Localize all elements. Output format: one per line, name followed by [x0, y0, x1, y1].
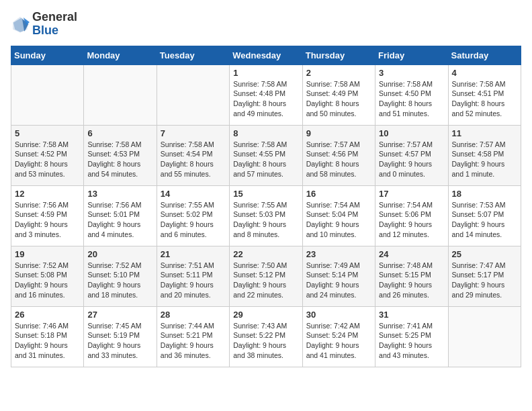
day-info: Sunrise: 7:58 AM Sunset: 4:53 PM Dayligh…: [87, 140, 152, 179]
calendar-week-row: 12Sunrise: 7:56 AM Sunset: 4:59 PM Dayli…: [11, 185, 521, 246]
day-number: 23: [306, 249, 371, 259]
calendar-week-row: 5Sunrise: 7:58 AM Sunset: 4:52 PM Daylig…: [11, 125, 521, 185]
page-header: General Blue: [11, 11, 521, 38]
calendar-cell: [11, 64, 84, 125]
day-info: Sunrise: 7:58 AM Sunset: 4:51 PM Dayligh…: [452, 79, 517, 119]
day-number: 7: [161, 128, 226, 138]
day-info: Sunrise: 7:57 AM Sunset: 4:56 PM Dayligh…: [306, 140, 371, 179]
day-info: Sunrise: 7:43 AM Sunset: 5:22 PM Dayligh…: [233, 321, 298, 361]
day-number: 25: [452, 249, 517, 259]
day-info: Sunrise: 7:58 AM Sunset: 4:49 PM Dayligh…: [306, 79, 371, 119]
logo-icon: [11, 15, 30, 34]
calendar-cell: 6Sunrise: 7:58 AM Sunset: 4:53 PM Daylig…: [84, 125, 157, 185]
calendar-cell: 28Sunrise: 7:44 AM Sunset: 5:21 PM Dayli…: [157, 306, 229, 367]
day-info: Sunrise: 7:46 AM Sunset: 5:18 PM Dayligh…: [15, 321, 80, 361]
day-info: Sunrise: 7:55 AM Sunset: 5:02 PM Dayligh…: [161, 200, 226, 240]
day-info: Sunrise: 7:50 AM Sunset: 5:12 PM Dayligh…: [233, 261, 298, 300]
calendar-table: SundayMondayTuesdayWednesdayThursdayFrid…: [11, 46, 521, 367]
day-info: Sunrise: 7:41 AM Sunset: 5:25 PM Dayligh…: [379, 321, 444, 361]
day-number: 12: [15, 189, 80, 199]
weekday-header: Thursday: [302, 46, 375, 64]
calendar-cell: 31Sunrise: 7:41 AM Sunset: 5:25 PM Dayli…: [375, 306, 448, 367]
calendar-cell: [157, 64, 229, 125]
calendar-cell: 22Sunrise: 7:50 AM Sunset: 5:12 PM Dayli…: [230, 246, 302, 306]
weekday-header-row: SundayMondayTuesdayWednesdayThursdayFrid…: [11, 46, 521, 64]
day-number: 6: [87, 128, 152, 138]
day-number: 9: [306, 128, 371, 138]
day-info: Sunrise: 7:49 AM Sunset: 5:14 PM Dayligh…: [306, 261, 371, 300]
day-info: Sunrise: 7:42 AM Sunset: 5:24 PM Dayligh…: [306, 321, 371, 361]
calendar-cell: 15Sunrise: 7:55 AM Sunset: 5:03 PM Dayli…: [230, 185, 302, 246]
day-info: Sunrise: 7:53 AM Sunset: 5:07 PM Dayligh…: [452, 200, 517, 240]
day-number: 21: [161, 249, 226, 259]
calendar-week-row: 26Sunrise: 7:46 AM Sunset: 5:18 PM Dayli…: [11, 306, 521, 367]
day-number: 5: [15, 128, 80, 138]
calendar-cell: 12Sunrise: 7:56 AM Sunset: 4:59 PM Dayli…: [11, 185, 84, 246]
calendar-header: SundayMondayTuesdayWednesdayThursdayFrid…: [11, 46, 521, 64]
day-info: Sunrise: 7:58 AM Sunset: 4:52 PM Dayligh…: [15, 140, 80, 179]
calendar-cell: 26Sunrise: 7:46 AM Sunset: 5:18 PM Dayli…: [11, 306, 84, 367]
day-number: 27: [87, 310, 152, 320]
calendar-cell: 18Sunrise: 7:53 AM Sunset: 5:07 PM Dayli…: [448, 185, 521, 246]
day-number: 2: [306, 68, 371, 78]
day-info: Sunrise: 7:54 AM Sunset: 5:06 PM Dayligh…: [379, 200, 444, 240]
calendar-cell: 14Sunrise: 7:55 AM Sunset: 5:02 PM Dayli…: [157, 185, 229, 246]
logo-text: General Blue: [32, 11, 77, 38]
weekday-header: Saturday: [448, 46, 521, 64]
calendar-cell: 1Sunrise: 7:58 AM Sunset: 4:48 PM Daylig…: [230, 64, 302, 125]
calendar-cell: 11Sunrise: 7:57 AM Sunset: 4:58 PM Dayli…: [448, 125, 521, 185]
day-info: Sunrise: 7:52 AM Sunset: 5:10 PM Dayligh…: [87, 261, 152, 300]
day-number: 26: [15, 310, 80, 320]
day-number: 30: [306, 310, 371, 320]
calendar-cell: 2Sunrise: 7:58 AM Sunset: 4:49 PM Daylig…: [302, 64, 375, 125]
day-number: 8: [233, 128, 298, 138]
day-number: 29: [233, 310, 298, 320]
calendar-cell: 17Sunrise: 7:54 AM Sunset: 5:06 PM Dayli…: [375, 185, 448, 246]
calendar-cell: 13Sunrise: 7:56 AM Sunset: 5:01 PM Dayli…: [84, 185, 157, 246]
calendar-week-row: 19Sunrise: 7:52 AM Sunset: 5:08 PM Dayli…: [11, 246, 521, 306]
weekday-header: Wednesday: [230, 46, 302, 64]
day-number: 18: [452, 189, 517, 199]
calendar-cell: 16Sunrise: 7:54 AM Sunset: 5:04 PM Dayli…: [302, 185, 375, 246]
calendar-cell: 19Sunrise: 7:52 AM Sunset: 5:08 PM Dayli…: [11, 246, 84, 306]
weekday-header: Monday: [84, 46, 157, 64]
day-info: Sunrise: 7:51 AM Sunset: 5:11 PM Dayligh…: [161, 261, 226, 300]
calendar-cell: 24Sunrise: 7:48 AM Sunset: 5:15 PM Dayli…: [375, 246, 448, 306]
calendar-cell: 4Sunrise: 7:58 AM Sunset: 4:51 PM Daylig…: [448, 64, 521, 125]
day-info: Sunrise: 7:56 AM Sunset: 5:01 PM Dayligh…: [87, 200, 152, 240]
day-info: Sunrise: 7:47 AM Sunset: 5:17 PM Dayligh…: [452, 261, 517, 300]
logo: General Blue: [11, 11, 77, 38]
day-number: 16: [306, 189, 371, 199]
calendar-cell: 20Sunrise: 7:52 AM Sunset: 5:10 PM Dayli…: [84, 246, 157, 306]
day-info: Sunrise: 7:44 AM Sunset: 5:21 PM Dayligh…: [161, 321, 226, 361]
calendar-cell: 5Sunrise: 7:58 AM Sunset: 4:52 PM Daylig…: [11, 125, 84, 185]
day-info: Sunrise: 7:48 AM Sunset: 5:15 PM Dayligh…: [379, 261, 444, 300]
calendar-cell: 29Sunrise: 7:43 AM Sunset: 5:22 PM Dayli…: [230, 306, 302, 367]
day-info: Sunrise: 7:57 AM Sunset: 4:57 PM Dayligh…: [379, 140, 444, 179]
day-number: 11: [452, 128, 517, 138]
calendar-cell: [84, 64, 157, 125]
day-number: 15: [233, 189, 298, 199]
day-number: 19: [15, 249, 80, 259]
calendar-cell: 9Sunrise: 7:57 AM Sunset: 4:56 PM Daylig…: [302, 125, 375, 185]
day-info: Sunrise: 7:58 AM Sunset: 4:54 PM Dayligh…: [161, 140, 226, 179]
day-number: 17: [379, 189, 444, 199]
calendar-cell: 25Sunrise: 7:47 AM Sunset: 5:17 PM Dayli…: [448, 246, 521, 306]
weekday-header: Sunday: [11, 46, 84, 64]
day-number: 22: [233, 249, 298, 259]
day-number: 14: [161, 189, 226, 199]
day-number: 4: [452, 68, 517, 78]
day-info: Sunrise: 7:52 AM Sunset: 5:08 PM Dayligh…: [15, 261, 80, 300]
day-number: 24: [379, 249, 444, 259]
day-info: Sunrise: 7:55 AM Sunset: 5:03 PM Dayligh…: [233, 200, 298, 240]
day-info: Sunrise: 7:56 AM Sunset: 4:59 PM Dayligh…: [15, 200, 80, 240]
day-number: 10: [379, 128, 444, 138]
calendar-body: 1Sunrise: 7:58 AM Sunset: 4:48 PM Daylig…: [11, 64, 521, 367]
calendar-cell: 27Sunrise: 7:45 AM Sunset: 5:19 PM Dayli…: [84, 306, 157, 367]
day-number: 3: [379, 68, 444, 78]
day-info: Sunrise: 7:54 AM Sunset: 5:04 PM Dayligh…: [306, 200, 371, 240]
calendar-cell: 7Sunrise: 7:58 AM Sunset: 4:54 PM Daylig…: [157, 125, 229, 185]
day-info: Sunrise: 7:58 AM Sunset: 4:48 PM Dayligh…: [233, 79, 298, 119]
calendar-cell: 21Sunrise: 7:51 AM Sunset: 5:11 PM Dayli…: [157, 246, 229, 306]
day-number: 20: [87, 249, 152, 259]
